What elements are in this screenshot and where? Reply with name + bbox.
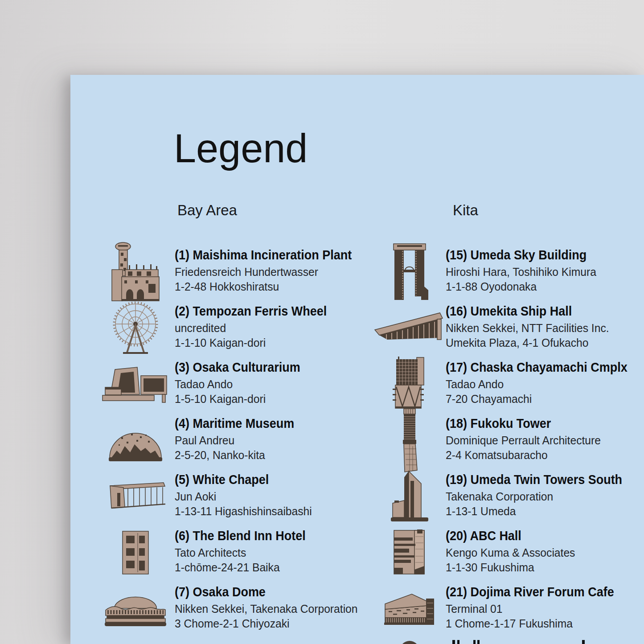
entry-title: (15) Umeda Sky Building	[446, 247, 596, 263]
legend-entry-16: (16) Umekita Ship Hall Nikken Sekkei, NT…	[373, 302, 644, 358]
entry-address: 1-13-1 Umeda	[446, 504, 622, 519]
entry-architect: uncredited	[175, 321, 327, 336]
entry-text: (5) White Chapel Jun Aoki 1-13-11 Higash…	[175, 471, 312, 519]
entry-address: 1-chōme-24-21 Baika	[175, 560, 306, 575]
entry-address: 1-1-10 Kaigan-dori	[175, 336, 327, 350]
entry-address: 2-5-20, Nanko-kita	[175, 448, 294, 463]
entry-address: 3 Chome-2-1 Chiyozaki	[175, 616, 358, 631]
entry-text: (18) Fukoku Tower Dominique Perrault Arc…	[446, 414, 601, 463]
the-blend-inn-hotel-icon	[96, 527, 175, 583]
round-building-icon	[373, 639, 446, 644]
legend-entry-3: (3) Osaka Culturarium Tadao Ando 1-5-10 …	[96, 358, 384, 414]
legend-entry-21: (21) Dojima River Forum Cafe Terminal 01…	[373, 583, 644, 639]
entry-address: 1 Chome-1-17 Fukushima	[446, 616, 614, 631]
kita-column: (15) Umeda Sky Building Hiroshi Hara, To…	[373, 246, 644, 644]
entry-title: (19) Umeda Twin Towers South	[446, 472, 622, 488]
bay-area-column: (1) Maishima Incineration Plant Friedens…	[96, 246, 384, 639]
white-chapel-icon	[96, 471, 175, 527]
osaka-dome-icon	[96, 583, 175, 639]
entry-architect: Tato Architects	[175, 546, 306, 560]
legend-entry-2: (2) Tempozan Ferris Wheel uncredited 1-1…	[96, 302, 384, 358]
legend-entry-1: (1) Maishima Incineration Plant Friedens…	[96, 246, 384, 302]
maishima-incineration-plant-icon	[96, 246, 175, 302]
entry-address: 1-5-10 Kaigan-dori	[175, 392, 300, 406]
column-heading-bay-area: Bay Area	[177, 201, 237, 219]
legend-entry-20: (20) ABC Hall Kengo Kuma & Associates 1-…	[373, 527, 644, 583]
entry-architect: Nikken Sekkei, Takenaka Corporation	[175, 602, 358, 616]
entry-text: (1) Maishima Incineration Plant Friedens…	[175, 246, 352, 294]
entry-title: (20) ABC Hall	[446, 528, 575, 544]
entry-architect: Terminal 01	[446, 602, 614, 616]
legend-entry-17: (17) Chaska Chayamachi Cmplx Tadao Ando …	[373, 358, 644, 414]
entry-architect: Paul Andreu	[175, 433, 294, 448]
entry-address: 1-2-48 Hokkoshiratsu	[175, 279, 352, 294]
entry-text: (19) Umeda Twin Towers South Takenaka Co…	[446, 471, 622, 519]
entry-text: (2) Tempozan Ferris Wheel uncredited 1-1…	[175, 302, 327, 350]
entry-text: (4) Maritime Museum Paul Andreu 2-5-20, …	[175, 414, 294, 463]
legend-entry-4: (4) Maritime Museum Paul Andreu 2-5-20, …	[96, 414, 384, 471]
entry-title: (3) Osaka Culturarium	[175, 359, 300, 376]
entry-address: 7-20 Chayamachi	[446, 392, 628, 406]
entry-text: (20) ABC Hall Kengo Kuma & Associates 1-…	[446, 527, 575, 575]
umeda-twin-towers-south-icon	[373, 471, 446, 527]
entry-title: (16) Umekita Ship Hall	[446, 303, 609, 320]
legend-entry-7: (7) Osaka Dome Nikken Sekkei, Takenaka C…	[96, 583, 384, 639]
legend-entry-18: (18) Fukoku Tower Dominique Perrault Arc…	[373, 414, 644, 471]
entry-address: 1-1-88 Oyodonaka	[446, 279, 596, 294]
entry-text: (21) Dojima River Forum Cafe Terminal 01…	[446, 583, 614, 631]
entry-architect: Kengo Kuma & Associates	[446, 546, 575, 560]
umekita-ship-hall-icon	[373, 302, 446, 358]
entry-architect: Tadao Ando	[446, 377, 628, 392]
legend-entry-cropped	[373, 639, 644, 644]
entry-title: (1) Maishima Incineration Plant	[175, 247, 352, 263]
entry-title: (17) Chaska Chayamachi Cmplx	[446, 359, 628, 376]
entry-architect: Hiroshi Hara, Toshihiko Kimura	[446, 265, 596, 279]
entry-title: (5) White Chapel	[175, 472, 312, 488]
entry-address: 1-1-30 Fukushima	[446, 560, 575, 575]
abc-hall-icon	[373, 527, 446, 583]
entry-text: (7) Osaka Dome Nikken Sekkei, Takenaka C…	[175, 583, 358, 631]
legend-entry-19: (19) Umeda Twin Towers South Takenaka Co…	[373, 471, 644, 527]
entry-architect: Jun Aoki	[175, 489, 312, 504]
legend-entry-5: (5) White Chapel Jun Aoki 1-13-11 Higash…	[96, 471, 384, 527]
entry-title: (7) Osaka Dome	[175, 584, 358, 600]
entry-title: (6) The Blend Inn Hotel	[175, 528, 306, 544]
osaka-culturarium-icon	[96, 358, 175, 414]
entry-text: (17) Chaska Chayamachi Cmplx Tadao Ando …	[446, 358, 628, 406]
entry-text: (6) The Blend Inn Hotel Tato Architects …	[175, 527, 306, 575]
maritime-museum-icon	[96, 414, 175, 471]
cropped-entry-title-tops	[446, 640, 633, 644]
entry-title: (2) Tempozan Ferris Wheel	[175, 303, 327, 320]
fukoku-tower-icon	[373, 414, 446, 471]
entry-text: (15) Umeda Sky Building Hiroshi Hara, To…	[446, 246, 596, 294]
legend-entry-15: (15) Umeda Sky Building Hiroshi Hara, To…	[373, 246, 644, 302]
entry-architect: Nikken Sekkei, NTT Facilities Inc.	[446, 321, 609, 336]
entry-title: (18) Fukoku Tower	[446, 415, 601, 432]
entry-title: (21) Dojima River Forum Cafe	[446, 584, 614, 600]
column-heading-kita: Kita	[453, 201, 478, 219]
dojima-river-forum-cafe-icon	[373, 583, 446, 639]
entry-text: (3) Osaka Culturarium Tadao Ando 1-5-10 …	[175, 358, 300, 406]
entry-title: (4) Maritime Museum	[175, 415, 294, 432]
legend-entry-6: (6) The Blend Inn Hotel Tato Architects …	[96, 527, 384, 583]
poster-title: Legend	[174, 128, 308, 168]
legend-poster: Legend Bay Area Kita	[70, 75, 644, 644]
entry-architect: Friedensreich Hundertwasser	[175, 265, 352, 279]
chaska-chayamachi-complex-icon	[373, 358, 446, 414]
entry-address: 2-4 Komatsubaracho	[446, 448, 601, 463]
entry-address: 1-13-11 Higashishinsaibashi	[175, 504, 312, 519]
entry-address: Umekita Plaza, 4-1 Ofukacho	[446, 336, 609, 350]
entry-architect: Tadao Ando	[175, 377, 300, 392]
umeda-sky-building-icon	[373, 246, 446, 302]
entry-text: (16) Umekita Ship Hall Nikken Sekkei, NT…	[446, 302, 609, 350]
tempozan-ferris-wheel-icon	[96, 302, 175, 358]
entry-architect: Dominique Perrault Architecture	[446, 433, 601, 448]
entry-architect: Takenaka Corporation	[446, 489, 622, 504]
